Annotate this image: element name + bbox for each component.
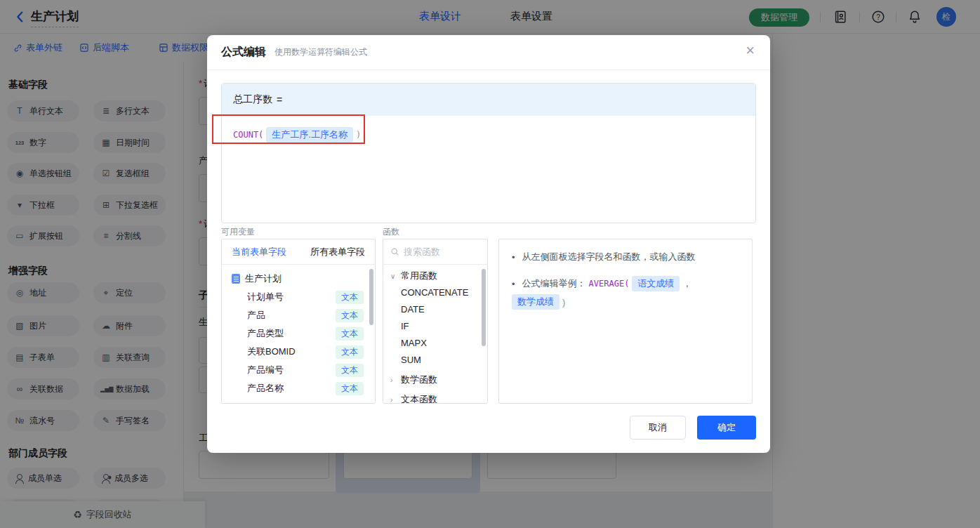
tip-text: 从左侧面板选择字段名和函数，或输入函数	[522, 251, 696, 263]
group-label: 常用函数	[401, 270, 437, 282]
cancel-button[interactable]: 取消	[630, 416, 686, 440]
tab-current-form-fields[interactable]: 当前表单字段	[232, 246, 286, 258]
tree-root-label: 生产计划	[245, 272, 282, 285]
function-item-date[interactable]: DATE	[383, 301, 487, 318]
tip-example-chip: 数学成绩	[512, 294, 559, 310]
tip-comma: ，	[682, 277, 691, 290]
variable-row[interactable]: 计划单号文本	[222, 288, 375, 306]
function-item-mapx[interactable]: MAPX	[383, 335, 487, 352]
type-badge: 文本	[336, 327, 364, 341]
variable-row[interactable]: 关联BOMID文本	[222, 343, 375, 361]
equals-sign: =	[277, 94, 282, 105]
chevron-right-icon: ›	[390, 396, 397, 404]
function-item-if[interactable]: IF	[383, 318, 487, 335]
modal-header: 公式编辑 使用数学运算符编辑公式	[207, 35, 770, 70]
function-item-concatenate[interactable]: CONCATENATE	[383, 284, 487, 301]
variables-tree-root[interactable]: 生产计划	[222, 265, 375, 288]
function-group-text[interactable]: › 文本函数	[383, 391, 487, 404]
tab-all-form-fields[interactable]: 所有表单字段	[310, 246, 365, 258]
variable-name: 关联BOMID	[247, 345, 296, 358]
type-badge: 文本	[336, 309, 364, 322]
type-badge: 文本	[336, 345, 364, 359]
form-doc-icon	[232, 274, 240, 284]
variable-row[interactable]: 产品名称文本	[222, 379, 375, 397]
formula-editor[interactable]: 总工序数 = COUNT( 生产工序.工序名称 )	[221, 83, 756, 223]
function-group-math[interactable]: › 数学函数	[383, 371, 487, 388]
chevron-down-icon: ∨	[390, 272, 397, 280]
search-icon	[390, 247, 399, 256]
modal-subtitle: 使用数学运算符编辑公式	[274, 46, 367, 58]
variable-row[interactable]: 产品类型文本	[222, 324, 375, 343]
function-item-sum[interactable]: SUM	[383, 352, 487, 369]
close-icon[interactable]: ×	[746, 43, 755, 58]
functions-label: 函数	[383, 226, 399, 238]
variable-name: 产品类型	[247, 327, 284, 340]
chevron-right-icon: ›	[390, 376, 397, 384]
variables-label: 可用变量	[221, 226, 255, 238]
function-search[interactable]	[383, 239, 487, 265]
variable-name: 计划单号	[247, 291, 284, 303]
formula-target-bar: 总工序数 =	[222, 84, 755, 116]
variable-name: 产品编号	[247, 364, 284, 376]
tip-example-chip: 语文成绩	[632, 276, 680, 291]
formula-target-name: 总工序数	[233, 93, 272, 106]
tip-line-1: 从左侧面板选择字段名和函数，或输入函数	[512, 251, 739, 263]
variables-tabs: 当前表单字段 所有表单字段	[222, 239, 375, 265]
variable-name: 产品	[247, 309, 265, 322]
function-group-common[interactable]: ∨ 常用函数	[383, 268, 487, 284]
tip-example-prefix: 公式编辑举例：	[522, 277, 586, 290]
formula-tips: 从左侧面板选择字段名和函数，或输入函数 公式编辑举例： AVERAGE( 语文成…	[498, 239, 753, 404]
variable-name: 产品名称	[247, 382, 284, 395]
function-search-input[interactable]	[404, 246, 474, 257]
variable-row[interactable]: 产品文本	[222, 306, 375, 324]
tip-example-function: AVERAGE(	[589, 279, 630, 289]
group-label: 数学函数	[401, 374, 437, 386]
confirm-button[interactable]: 确定	[697, 416, 756, 440]
variables-panel: 当前表单字段 所有表单字段 生产计划 计划单号文本 产品文本 产品类型文本 关联…	[221, 239, 376, 404]
app-root: 生产计划 表单设计 表单设置 数据管理 ? 检 表单外链 后端脚本 数据权限	[0, 0, 980, 528]
tip-close-paren: )	[562, 297, 565, 308]
functions-scrollbar[interactable]	[482, 269, 486, 346]
variable-row[interactable]: 产品编号文本	[222, 361, 375, 379]
group-label: 文本函数	[401, 393, 437, 404]
functions-panel: ∨ 常用函数 CONCATENATE DATE IF MAPX SUM › 数学…	[383, 239, 488, 404]
formula-edit-modal: 公式编辑 使用数学运算符编辑公式 × 总工序数 = COUNT( 生产工序.工序…	[207, 35, 770, 453]
modal-title: 公式编辑	[221, 45, 266, 60]
variables-scrollbar[interactable]	[369, 269, 373, 325]
type-badge: 文本	[336, 364, 364, 377]
type-badge: 文本	[336, 382, 364, 395]
type-badge: 文本	[336, 291, 364, 304]
tip-line-2: 公式编辑举例： AVERAGE( 语文成绩 ， 数学成绩 )	[512, 276, 739, 310]
annotation-highlight-box	[212, 114, 365, 144]
